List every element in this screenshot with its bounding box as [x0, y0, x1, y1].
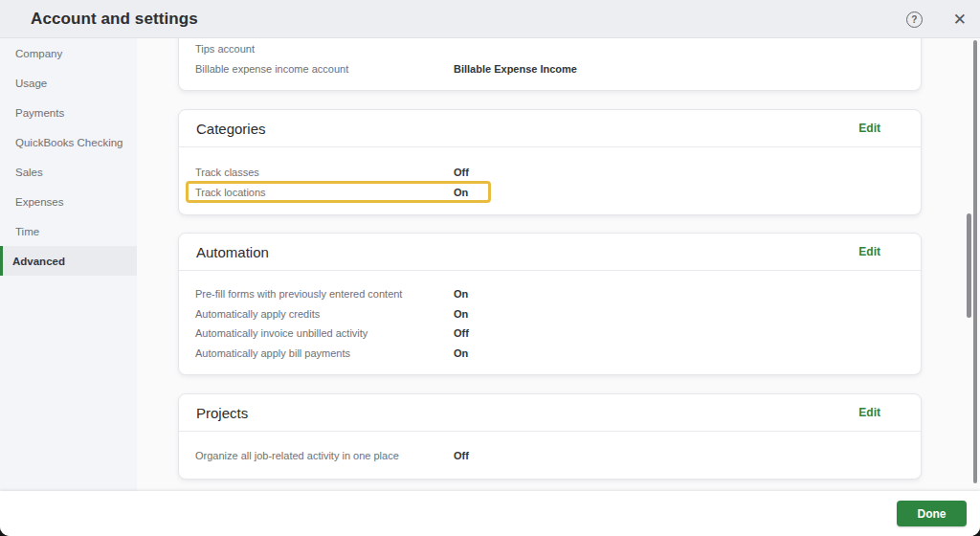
setting-label: Automatically apply bill payments: [195, 347, 454, 359]
sidebar-item-expenses[interactable]: Expenses: [0, 187, 137, 216]
categories-edit-button[interactable]: Edit: [858, 122, 880, 135]
setting-label: Billable expense income account: [195, 63, 454, 75]
account-settings-dialog: Account and settings ? ✕ Company Usage P…: [0, 0, 980, 536]
setting-label: Track classes: [195, 167, 454, 178]
sidebar-item-company[interactable]: Company: [0, 38, 137, 68]
window-scrollbar-thumb[interactable]: [973, 40, 977, 483]
setting-label: Tips account: [195, 43, 454, 55]
card-title: Projects: [196, 405, 248, 421]
card-categories: Categories Edit Track classes Off Track …: [178, 109, 922, 215]
card-title: Automation: [196, 244, 269, 260]
setting-row-tips-account: Tips account: [195, 38, 880, 58]
card-automation: Automation Edit Pre-fill forms with prev…: [178, 233, 922, 375]
sidebar-item-payments[interactable]: Payments: [0, 98, 137, 127]
help-icon[interactable]: ?: [906, 11, 923, 28]
setting-label: Pre-fill forms with previously entered c…: [195, 288, 454, 300]
close-icon[interactable]: ✕: [947, 11, 972, 28]
setting-label: Automatically invoice unbilled activity: [195, 327, 454, 339]
dialog-titlebar: Account and settings ? ✕: [0, 0, 980, 38]
setting-row-track-locations: Track locations On: [195, 182, 880, 202]
setting-label: Organize all job-related activity in one…: [195, 450, 454, 461]
setting-label: Automatically apply credits: [195, 308, 454, 320]
card-projects: Projects Edit Organize all job-related a…: [178, 393, 922, 480]
sidebar-item-quickbooks-checking[interactable]: QuickBooks Checking: [0, 127, 137, 157]
card-projects-header: Projects Edit: [179, 394, 921, 431]
setting-row-apply-bill-payments: Automatically apply bill payments On: [195, 344, 880, 364]
setting-value: On: [454, 187, 468, 198]
setting-value: Off: [454, 327, 469, 339]
titlebar-actions: ? ✕: [906, 0, 972, 38]
setting-value: Off: [454, 450, 469, 461]
page-title: Account and settings: [31, 10, 198, 29]
sidebar-item-time[interactable]: Time: [0, 216, 137, 246]
card-partial-top: Tips account Billable expense income acc…: [178, 38, 922, 91]
done-button[interactable]: Done: [897, 501, 967, 526]
dialog-footer: Done: [0, 491, 980, 536]
setting-value: Billable Expense Income: [454, 63, 577, 75]
setting-row-billable-expense-income-account: Billable expense income account Billable…: [195, 58, 880, 78]
setting-row-track-classes: Track classes Off: [195, 162, 880, 182]
card-title: Categories: [196, 121, 266, 137]
setting-value: Off: [454, 167, 469, 178]
sidebar-item-sales[interactable]: Sales: [0, 157, 137, 187]
setting-value: On: [454, 288, 468, 300]
settings-content: Tips account Billable expense income acc…: [137, 38, 980, 491]
sidebar-item-usage[interactable]: Usage: [0, 68, 137, 98]
setting-row-organize-job-activity: Organize all job-related activity in one…: [195, 445, 880, 465]
content-scrollbar-thumb[interactable]: [967, 213, 971, 318]
projects-edit-button[interactable]: Edit: [858, 406, 880, 419]
sidebar-item-advanced[interactable]: Advanced: [0, 246, 137, 276]
setting-value: On: [454, 308, 468, 320]
card-categories-header: Categories Edit: [179, 110, 921, 146]
automation-edit-button[interactable]: Edit: [858, 245, 880, 258]
setting-label: Track locations: [195, 187, 454, 198]
setting-row-invoice-unbilled-activity: Automatically invoice unbilled activity …: [195, 324, 880, 344]
setting-value: On: [454, 347, 468, 359]
setting-row-prefill-forms: Pre-fill forms with previously entered c…: [195, 284, 880, 304]
settings-sidebar: Company Usage Payments QuickBooks Checki…: [0, 38, 137, 491]
setting-row-apply-credits: Automatically apply credits On: [195, 304, 880, 324]
card-automation-header: Automation Edit: [179, 234, 921, 270]
